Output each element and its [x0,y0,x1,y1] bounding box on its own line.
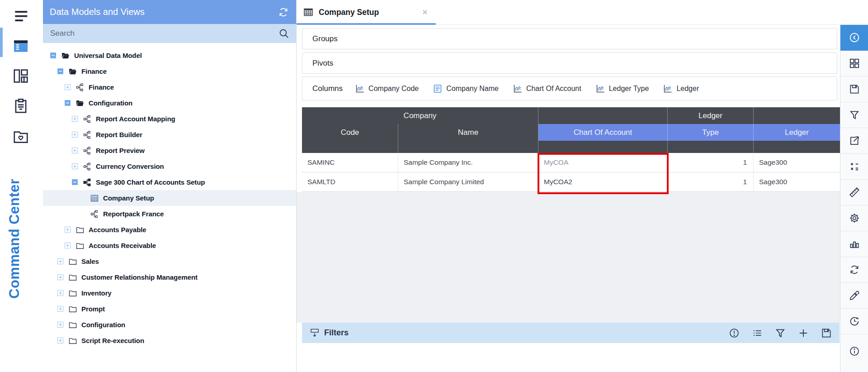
search-input[interactable] [49,29,278,38]
tree-item[interactable]: Configuration [43,95,296,111]
expand-toggle-icon[interactable] [71,147,79,154]
tree-item[interactable]: Accounts Receivable [43,238,296,253]
collapse-toggle-icon[interactable] [49,52,57,59]
expand-toggle-icon[interactable] [57,258,64,265]
search-bar[interactable] [43,24,296,43]
cell-ledger-type[interactable]: 1 [668,153,754,172]
collapse-toggle-icon[interactable] [71,178,79,186]
cell-chart-of-account[interactable]: MyCOA2 [538,172,668,192]
filter-button[interactable] [840,102,868,128]
folder-open-icon [68,67,77,76]
cell-code[interactable]: SAMINC [302,153,398,172]
tree-item-label: Inventory [81,289,112,297]
tree-item[interactable]: Prompt [43,301,296,317]
tree-item[interactable]: Accounts Payable [43,222,296,238]
grid-icon [849,57,860,69]
bar-chart-icon [849,238,860,250]
groups-label: Groups [302,34,338,43]
column-field-chip[interactable]: Company Name [432,83,499,94]
expand-toggle-icon[interactable] [57,305,64,313]
expand-toggle-icon[interactable] [57,337,64,344]
numeric-field-icon [354,83,365,94]
groups-drop-zone[interactable]: Groups [302,28,837,49]
numeric-field-icon [662,83,673,94]
expand-toggle-icon[interactable] [64,226,71,234]
expand-toggle-icon[interactable] [57,273,64,281]
filter-icon[interactable] [774,327,786,339]
expand-toggle-icon[interactable] [71,115,79,123]
calculator-button[interactable] [840,154,868,180]
column-header-cell[interactable]: Ledger [754,124,840,141]
collapse-toggle-icon[interactable] [64,99,71,107]
picker-button[interactable] [840,283,868,309]
tree-item[interactable]: Currency Conversion [43,158,296,174]
tab-company-setup[interactable]: Company Setup [297,0,436,24]
tree-item[interactable]: Sage 300 Chart of Accounts Setup [43,174,296,190]
column-field-chip[interactable]: Company Code [354,83,419,94]
save-icon [849,83,860,95]
expand-toggle-icon[interactable] [57,321,64,329]
filters-bar[interactable]: Filters [302,323,840,343]
tree-item[interactable]: Customer Relationship Management [43,269,296,285]
tree-item[interactable]: Sales [43,253,296,269]
layouts-button[interactable] [12,67,30,86]
measure-button[interactable] [840,180,868,205]
search-icon[interactable] [278,28,290,39]
cell-chart-of-account[interactable]: MyCOA [538,153,668,172]
expand-toggle-icon[interactable] [57,289,64,297]
tree-item[interactable]: Finance [43,79,296,95]
expand-toggle-icon[interactable] [64,242,71,249]
list-icon[interactable] [751,327,763,339]
history-button[interactable] [840,309,868,334]
columns-drop-zone[interactable]: Columns Company CodeCompany NameChart Of… [302,76,837,100]
column-header-cell[interactable]: Code [302,124,398,141]
favorites-button[interactable] [12,128,30,146]
cell-ledger[interactable]: Sage300 [754,172,840,192]
settings-button[interactable] [840,205,868,231]
cell-name[interactable]: Sample Company Inc. [398,153,538,172]
menu-button[interactable] [12,7,30,25]
column-header-cell[interactable]: Type [668,124,754,141]
pivots-drop-zone[interactable]: Pivots [302,52,837,74]
tasks-button[interactable] [12,97,30,115]
views-button[interactable] [840,51,868,76]
close-icon[interactable] [420,8,429,17]
charts-button[interactable] [840,231,868,257]
expand-toggle-icon[interactable] [64,83,71,91]
tree-item[interactable]: Reportpack France [43,206,296,222]
column-field-chip[interactable]: Ledger Type [595,83,649,94]
cell-name[interactable]: Sample Company Limited [398,172,538,192]
expand-toggle-icon[interactable] [71,162,79,170]
save-button[interactable] [840,76,868,102]
tree-item[interactable]: Report Account Mapping [43,111,296,127]
alert-circle-icon[interactable] [728,327,740,339]
refresh-button[interactable] [840,257,868,283]
cell-ledger[interactable]: Sage300 [754,153,840,172]
tree-item[interactable]: Script Re-execution [43,333,296,348]
cell-code[interactable]: SAMLTD [302,172,398,192]
collapse-toggle-icon[interactable] [57,67,64,75]
cell-ledger-type[interactable]: 1 [668,172,754,192]
tree-item[interactable]: Finance [43,63,296,79]
tree-item[interactable]: Inventory [43,285,296,301]
tree-item[interactable]: Configuration [43,317,296,333]
refresh-icon[interactable] [278,6,289,18]
export-button[interactable] [840,128,868,154]
expand-toggle-icon[interactable] [71,131,79,138]
info-button[interactable] [840,339,868,363]
plus-icon[interactable] [797,327,809,339]
tree-item[interactable]: Universal Data Model [43,48,296,63]
column-header-cell[interactable]: Chart Of Account [538,124,668,141]
tree-item[interactable]: Report Preview [43,143,296,158]
tree-item[interactable]: Company Setup [43,190,296,206]
tree-item[interactable]: Report Builder [43,127,296,143]
tree: Universal Data ModelFinanceFinanceConfig… [43,43,296,348]
numeric-field-icon [595,83,606,94]
collapse-panel-button[interactable] [840,25,868,51]
column-field-chip[interactable]: Ledger [662,83,699,94]
data-models-button[interactable] [12,38,30,56]
column-field-chip[interactable]: Chart Of Account [512,83,581,94]
column-header-cell[interactable]: Name [398,124,538,141]
save-icon[interactable] [821,327,832,339]
active-nav-indicator [0,28,3,57]
